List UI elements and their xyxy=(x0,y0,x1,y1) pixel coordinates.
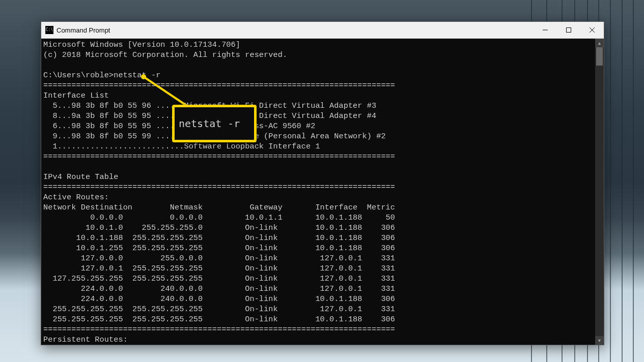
window-title: Command Prompt xyxy=(57,26,110,34)
maximize-button[interactable] xyxy=(557,22,580,38)
titlebar[interactable]: C:\ Command Prompt xyxy=(41,22,604,39)
scrollbar[interactable]: ▲ ▼ xyxy=(595,39,604,345)
scroll-up-button[interactable]: ▲ xyxy=(595,39,604,47)
callout-box: netstat -r xyxy=(172,105,257,142)
scroll-thumb[interactable] xyxy=(596,47,603,66)
close-button[interactable] xyxy=(580,22,604,38)
cmd-icon: C:\ xyxy=(45,26,53,34)
desktop-background: C:\ Command Prompt Microsoft Windows [Ve… xyxy=(0,0,644,362)
scroll-down-button[interactable]: ▼ xyxy=(595,336,604,345)
svg-rect-1 xyxy=(567,28,571,33)
callout-text: netstat -r xyxy=(179,118,240,129)
command-prompt-window: C:\ Command Prompt Microsoft Windows [Ve… xyxy=(41,21,604,345)
minimize-button[interactable] xyxy=(534,22,557,38)
scroll-track[interactable] xyxy=(595,47,604,336)
terminal-output[interactable]: Microsoft Windows [Version 10.0.17134.70… xyxy=(41,39,595,345)
